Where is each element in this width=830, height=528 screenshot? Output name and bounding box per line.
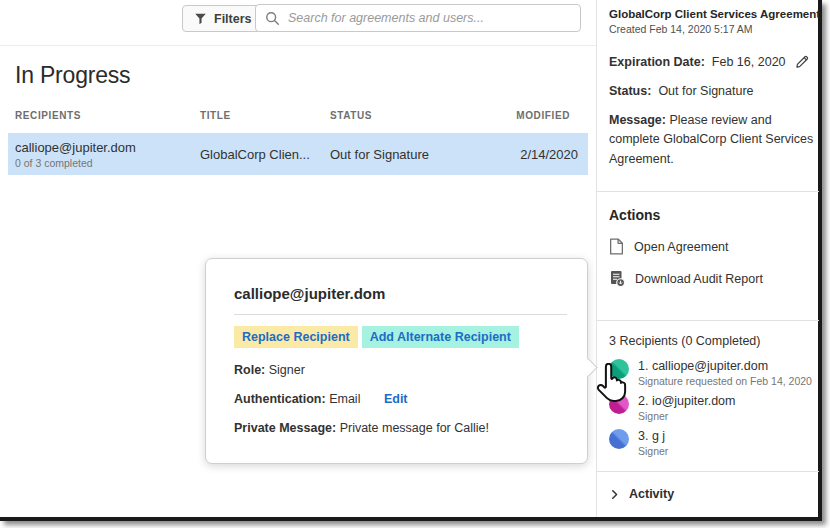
authentication-value: Email — [329, 392, 360, 406]
row-recipient-email: calliope@jupiter.dom — [15, 140, 136, 155]
status-label: Status: — [609, 84, 651, 98]
role-value: Signer — [269, 363, 305, 377]
table-header: RECIPIENTS TITLE STATUS MODIFIED — [0, 108, 596, 128]
open-agreement-label: Open Agreement — [634, 240, 729, 254]
column-header-status[interactable]: STATUS — [330, 110, 372, 121]
recipient-name: 3. g j — [638, 429, 668, 443]
agreements-list-pane: Filters In Progress RECIPIENTS TITLE STA… — [0, 0, 596, 517]
edit-authentication-link[interactable]: Edit — [384, 392, 408, 406]
recipient-name: 1. calliope@jupiter.dom — [638, 359, 812, 373]
recipient-status: Signer — [638, 445, 668, 457]
search-input[interactable] — [288, 11, 571, 25]
filters-button[interactable]: Filters — [182, 5, 264, 32]
status-value: Out for Signature — [658, 84, 753, 98]
column-header-modified[interactable]: MODIFIED — [430, 110, 570, 121]
message-line: Message: Please review and complete Glob… — [609, 111, 814, 169]
recipient-name: 2. io@jupiter.dom — [638, 394, 735, 408]
popup-link-row: Replace Recipient Add Alternate Recipien… — [234, 326, 559, 348]
page-title: In Progress — [15, 62, 130, 89]
toolbar-divider — [0, 45, 596, 46]
popup-authentication-line: Authentication: Email Edit — [234, 392, 559, 406]
open-agreement-action[interactable]: Open Agreement — [609, 238, 815, 255]
agreement-row-selected[interactable]: calliope@jupiter.dom 0 of 3 completed Gl… — [8, 133, 588, 175]
chevron-right-icon — [609, 489, 620, 500]
search-icon — [265, 11, 280, 26]
app-window: Filters In Progress RECIPIENTS TITLE STA… — [0, 0, 822, 521]
recipient-item-1[interactable]: 1. calliope@jupiter.dom Signature reques… — [609, 359, 815, 387]
download-audit-report-action[interactable]: Download Audit Report — [609, 270, 815, 287]
cell-status: Out for Signature — [330, 133, 429, 175]
expiration-label: Expiration Date: — [609, 55, 705, 69]
recipient-status: Signer — [638, 410, 735, 422]
recipient-item-2[interactable]: 2. io@jupiter.dom Signer — [609, 394, 815, 422]
status-line: Status: Out for Signature — [609, 84, 815, 98]
section-divider — [597, 191, 819, 192]
expiration-line: Expiration Date: Feb 16, 2020 — [609, 55, 815, 69]
cell-modified: 2/14/2020 — [520, 133, 578, 175]
recipient-avatar-wrap — [609, 429, 629, 449]
recipient-popup-card: calliope@jupiter.dom Replace Recipient A… — [205, 258, 588, 464]
popup-private-message-line: Private Message: Private message for Cal… — [234, 421, 559, 435]
agreement-details-panel: GlobalCorp Client Services Agreement Cre… — [597, 0, 819, 517]
cell-title: GlobalCorp Clien... — [200, 133, 310, 175]
message-label: Message: — [609, 113, 666, 127]
private-message-value: Private message for Callie! — [340, 421, 489, 435]
activity-toggle[interactable]: Activity — [609, 472, 815, 517]
recipient-item-3[interactable]: 3. g j Signer — [609, 429, 815, 457]
audit-report-download-icon — [609, 270, 625, 287]
authentication-label: Authentication: — [234, 392, 326, 406]
add-alternate-recipient-link[interactable]: Add Alternate Recipient — [362, 326, 519, 348]
filters-label: Filters — [214, 12, 252, 26]
agreement-title: GlobalCorp Client Services Agreement — [609, 8, 815, 20]
recipient-status: Signature requested on Feb 14, 2020 — [638, 375, 812, 387]
popup-divider — [234, 314, 567, 315]
role-label: Role: — [234, 363, 265, 377]
search-box[interactable] — [255, 4, 581, 32]
section-divider — [597, 320, 819, 321]
filter-funnel-icon — [194, 12, 207, 25]
actions-section-title: Actions — [609, 207, 815, 223]
recipient-avatar-wrap — [609, 359, 629, 379]
expiration-value: Feb 16, 2020 — [712, 55, 786, 69]
recipients-section-title: 3 Recipients (0 Completed) — [609, 334, 815, 348]
popup-role-line: Role: Signer — [234, 363, 559, 377]
download-audit-report-label: Download Audit Report — [635, 272, 763, 286]
row-recipient-progress: 0 of 3 completed — [15, 157, 136, 169]
agreement-created-date: Created Feb 14, 2020 5:17 AM — [609, 23, 815, 35]
cell-recipients: calliope@jupiter.dom 0 of 3 completed — [15, 133, 136, 175]
activity-label: Activity — [629, 487, 674, 501]
recipient-avatar-3 — [609, 429, 629, 449]
activity-section: Activity — [609, 471, 815, 517]
hand-pointer-cursor-icon — [595, 363, 629, 403]
replace-recipient-link[interactable]: Replace Recipient — [234, 326, 358, 348]
toolbar: Filters — [0, 0, 596, 45]
popup-recipient-email: calliope@jupiter.dom — [234, 285, 559, 302]
column-header-title[interactable]: TITLE — [200, 110, 231, 121]
edit-expiration-icon[interactable] — [795, 55, 809, 69]
private-message-label: Private Message: — [234, 421, 336, 435]
document-icon — [609, 238, 624, 255]
column-header-recipients[interactable]: RECIPIENTS — [15, 110, 81, 121]
